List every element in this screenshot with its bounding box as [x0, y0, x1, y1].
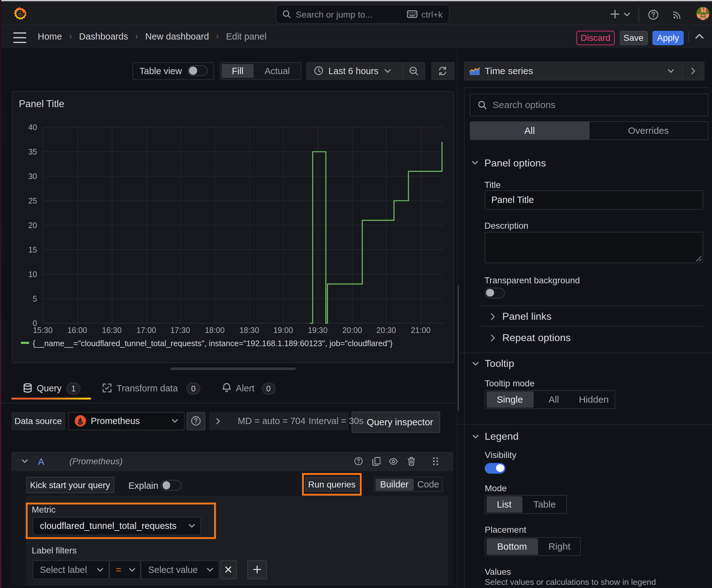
svg-text:15: 15 [28, 245, 37, 254]
svg-text:15:30: 15:30 [33, 326, 52, 334]
svg-text:18:30: 18:30 [239, 326, 259, 334]
svg-text:5: 5 [33, 294, 37, 303]
svg-text:18:00: 18:00 [205, 326, 224, 334]
svg-text:20: 20 [28, 220, 37, 229]
svg-text:21:00: 21:00 [411, 326, 430, 334]
svg-text:35: 35 [28, 147, 37, 156]
svg-text:25: 25 [28, 196, 37, 205]
svg-text:19:30: 19:30 [308, 326, 327, 334]
svg-text:20:30: 20:30 [376, 326, 396, 334]
svg-text:16:30: 16:30 [102, 326, 122, 334]
svg-text:40: 40 [28, 123, 37, 131]
svg-text:20:00: 20:00 [342, 326, 362, 334]
svg-text:19:00: 19:00 [273, 326, 293, 334]
svg-text:17:30: 17:30 [170, 326, 190, 334]
svg-text:{__name__="cloudflared_tunnel_: {__name__="cloudflared_tunnel_total_requ… [33, 339, 392, 348]
svg-text:16:00: 16:00 [67, 326, 87, 334]
svg-text:17:00: 17:00 [136, 326, 156, 334]
svg-text:10: 10 [28, 270, 37, 278]
svg-text:Panel Title: Panel Title [19, 98, 64, 109]
svg-text:30: 30 [28, 171, 37, 180]
